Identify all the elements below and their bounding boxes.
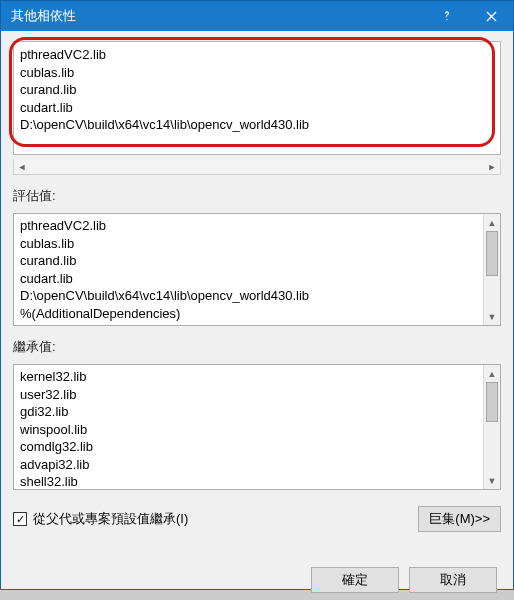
dependencies-editbox[interactable] (13, 41, 501, 155)
help-button[interactable] (425, 1, 469, 31)
scroll-down-icon: ▼ (484, 308, 500, 325)
close-button[interactable] (469, 1, 513, 31)
scroll-up-icon: ▲ (484, 214, 500, 231)
evaluated-content: pthreadVC2.lib cublas.lib curand.lib cud… (14, 214, 500, 325)
scroll-track (484, 231, 500, 308)
scroll-thumb[interactable] (486, 382, 498, 422)
close-icon (486, 11, 497, 22)
evaluated-label: 評估值: (13, 187, 501, 205)
scroll-down-icon: ▼ (484, 472, 500, 489)
inherited-content: kernel32.lib user32.lib gdi32.lib winspo… (14, 365, 500, 490)
ok-button[interactable]: 確定 (311, 567, 399, 593)
evaluated-listbox[interactable]: pthreadVC2.lib cublas.lib curand.lib cud… (13, 213, 501, 326)
inherited-listbox[interactable]: kernel32.lib user32.lib gdi32.lib winspo… (13, 364, 501, 490)
inherited-label: 繼承值: (13, 338, 501, 356)
edit-group: ◄ ► (13, 41, 501, 175)
client-area: ◄ ► 評估值: pthreadVC2.lib cublas.lib curan… (1, 31, 513, 600)
inherit-checkbox[interactable]: ✓ (13, 512, 27, 526)
scroll-right-icon: ► (484, 159, 500, 174)
title-bar: 其他相依性 (1, 1, 513, 31)
scroll-thumb[interactable] (486, 231, 498, 276)
inherit-row: ✓ 從父代或專案預設值繼承(I) 巨集(M)>> (13, 506, 501, 532)
separator (13, 548, 501, 549)
footer-buttons: 確定 取消 (13, 557, 501, 597)
horizontal-scrollbar[interactable]: ◄ ► (13, 159, 501, 175)
scroll-track (484, 382, 500, 472)
dialog-window: 其他相依性 ◄ ► 評估值: pthreadVC2.lib cublas.lib… (0, 0, 514, 590)
inherited-scrollbar[interactable]: ▲ ▼ (483, 365, 500, 489)
help-icon (441, 10, 453, 22)
inherit-checkbox-label: 從父代或專案預設值繼承(I) (33, 510, 188, 528)
scroll-left-icon: ◄ (14, 159, 30, 174)
scroll-up-icon: ▲ (484, 365, 500, 382)
title-text: 其他相依性 (11, 7, 425, 25)
inherit-checkbox-wrap[interactable]: ✓ 從父代或專案預設值繼承(I) (13, 510, 188, 528)
evaluated-scrollbar[interactable]: ▲ ▼ (483, 214, 500, 325)
macros-button[interactable]: 巨集(M)>> (418, 506, 501, 532)
cancel-button[interactable]: 取消 (409, 567, 497, 593)
